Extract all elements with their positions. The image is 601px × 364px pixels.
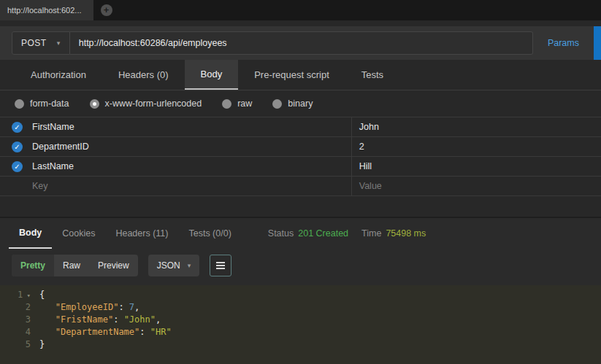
line-number: 5 <box>0 339 39 352</box>
status-label: Status <box>268 228 294 239</box>
status-badge: 201 Created <box>298 228 348 239</box>
mode-label: raw <box>237 98 252 109</box>
chevron-down-icon: ▾ <box>57 39 61 47</box>
key-field[interactable]: DepartmentID <box>32 137 351 156</box>
response-tab-tests[interactable]: Tests (0/0) <box>178 218 241 249</box>
table-row-empty: Key Value <box>0 177 601 196</box>
request-bar: POST ▾ http://localhost:60286/api/employ… <box>0 26 601 60</box>
code-line: "FristName": "John", <box>39 314 601 327</box>
view-pretty-button[interactable]: Pretty <box>12 255 54 276</box>
checkbox-checked-icon[interactable]: ✓ <box>12 122 23 133</box>
code-line: "EmployeeID": 7, <box>39 302 601 314</box>
row-check-cell: ✓ <box>0 137 32 156</box>
tab-tests[interactable]: Tests <box>345 60 399 90</box>
radio-selected-icon <box>90 99 99 109</box>
body-mode-options: form-data x-www-form-urlencoded raw bina… <box>0 90 601 117</box>
mode-label: x-www-form-urlencoded <box>105 98 202 109</box>
mode-x-www-form-urlencoded[interactable]: x-www-form-urlencoded <box>90 98 202 109</box>
time-label: Time <box>361 228 381 239</box>
value-field[interactable]: John <box>351 117 601 136</box>
table-row: ✓ LastName Hill <box>0 157 601 177</box>
mode-binary[interactable]: binary <box>272 98 313 109</box>
response-tab-body[interactable]: Body <box>9 218 52 249</box>
radio-icon <box>222 99 231 109</box>
tab-pre-request-script[interactable]: Pre-request script <box>238 60 345 90</box>
request-tab-title: http://localhost:602... <box>7 6 82 15</box>
url-input[interactable]: http://localhost:60286/api/employees <box>70 31 533 55</box>
wrap-lines-button[interactable] <box>210 255 231 276</box>
chevron-down-icon: ▾ <box>188 262 191 269</box>
table-row: ✓ FirstName John <box>0 117 601 137</box>
view-mode-group: Pretty Raw Preview <box>12 255 138 276</box>
time-group: Time 75498 ms <box>361 218 426 249</box>
language-label: JSON <box>157 260 180 271</box>
section-gap <box>0 196 601 217</box>
key-field-placeholder[interactable]: Key <box>32 177 351 195</box>
postman-window: http://localhost:602... + POST ▾ http://… <box>0 0 601 364</box>
key-field[interactable]: LastName <box>32 157 351 176</box>
response-tab-headers[interactable]: Headers (11) <box>105 218 178 249</box>
response-tab-cookies[interactable]: Cookies <box>52 218 105 249</box>
params-button[interactable]: Params <box>533 38 594 48</box>
wrap-lines-icon <box>216 262 225 263</box>
row-check-cell <box>0 177 32 195</box>
row-check-cell: ✓ <box>0 157 32 176</box>
code-lines: { "EmployeeID": 7, "FristName": "John", … <box>39 285 601 364</box>
value-field[interactable]: 2 <box>351 137 601 156</box>
mode-form-data[interactable]: form-data <box>15 98 69 109</box>
line-number: 3 <box>0 314 39 327</box>
radio-icon <box>272 99 282 109</box>
code-gutter: 1 ▾2345 <box>0 285 39 364</box>
tab-headers[interactable]: Headers (0) <box>102 60 185 90</box>
line-number: 1 ▾ <box>0 290 39 302</box>
response-tabs: Body Cookies Headers (11) Tests (0/0) St… <box>0 218 601 249</box>
mode-label: form-data <box>30 98 69 109</box>
line-number: 4 <box>0 327 39 339</box>
tab-body[interactable]: Body <box>185 60 239 90</box>
key-field[interactable]: FirstName <box>32 117 351 136</box>
new-tab-button[interactable]: + <box>101 4 112 16</box>
line-number: 2 <box>0 302 39 314</box>
view-preview-button[interactable]: Preview <box>89 255 138 276</box>
method-select[interactable]: POST ▾ <box>12 31 70 55</box>
fold-toggle-icon[interactable]: ▾ <box>23 292 31 299</box>
response-toolbar: Pretty Raw Preview JSON ▾ <box>0 249 601 285</box>
time-value: 75498 ms <box>386 228 426 239</box>
mode-raw[interactable]: raw <box>222 98 252 109</box>
mode-label: binary <box>288 98 313 109</box>
method-label: POST <box>21 38 47 48</box>
send-button[interactable] <box>594 26 601 60</box>
status-group: Status 201 Created <box>268 218 348 249</box>
checkbox-checked-icon[interactable]: ✓ <box>12 161 23 172</box>
titlebar: http://localhost:602... + <box>0 0 601 20</box>
code-line: "DepartmentName": "HR" <box>39 327 601 339</box>
value-field[interactable]: Hill <box>351 157 601 176</box>
request-tabs: Authorization Headers (0) Body Pre-reque… <box>0 60 601 90</box>
table-row: ✓ DepartmentID 2 <box>0 137 601 157</box>
value-field-placeholder[interactable]: Value <box>351 177 601 195</box>
view-raw-button[interactable]: Raw <box>54 255 89 276</box>
row-check-cell: ✓ <box>0 117 32 136</box>
response-panel: Body Cookies Headers (11) Tests (0/0) St… <box>0 217 601 364</box>
radio-icon <box>15 99 24 109</box>
urlencoded-params-table: ✓ FirstName John ✓ DepartmentID 2 ✓ Last… <box>0 117 601 196</box>
request-tab[interactable]: http://localhost:602... <box>0 0 93 20</box>
code-line: } <box>39 339 601 352</box>
code-line: { <box>39 290 601 302</box>
tab-authorization[interactable]: Authorization <box>15 60 102 90</box>
response-body-editor[interactable]: 1 ▾2345 { "EmployeeID": 7, "FristName": … <box>0 285 601 364</box>
language-select[interactable]: JSON ▾ <box>148 255 200 276</box>
checkbox-checked-icon[interactable]: ✓ <box>12 142 23 152</box>
